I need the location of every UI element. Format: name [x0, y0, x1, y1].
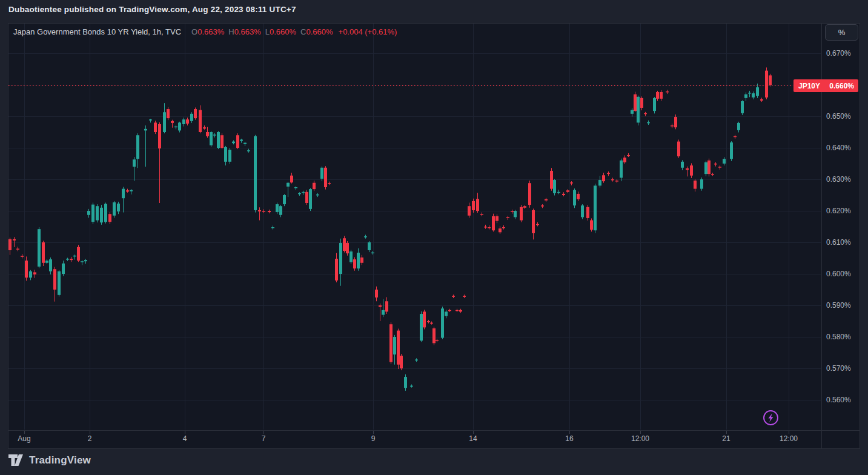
- price-axis-label: 0.640%: [826, 144, 851, 152]
- price-line-badge: JP10Y 0.660%: [793, 79, 858, 92]
- price-axis-label: 0.560%: [826, 396, 851, 404]
- price-axis-label: 0.600%: [826, 270, 851, 278]
- ohlc-value: 0.660%: [270, 27, 296, 36]
- badge-symbol: JP10Y: [798, 82, 820, 90]
- time-axis-label: 9: [371, 434, 376, 443]
- footer-brand[interactable]: TradingView: [8, 454, 91, 467]
- price-axis-label: 0.650%: [826, 112, 851, 121]
- price-axis-label: 0.670%: [826, 49, 851, 58]
- price-axis-label: 0.580%: [826, 333, 851, 341]
- ohlc-label: H: [228, 27, 234, 36]
- price-axis-label: 0.570%: [826, 364, 851, 373]
- time-axis-label: 2: [88, 434, 92, 443]
- time-axis-label: 12:00: [780, 434, 798, 443]
- time-axis-label: 7: [262, 434, 266, 443]
- badge-price: 0.660%: [829, 82, 854, 90]
- ohlc-label: L: [265, 27, 270, 36]
- price-axis-label: 0.620%: [826, 207, 851, 215]
- tradingview-snapshot-page: Dubaotientee published on TradingView.co…: [0, 0, 868, 475]
- time-axis-label: Aug: [18, 434, 30, 443]
- time-axis-label: 21: [722, 434, 730, 443]
- attribution-text: Dubaotientee published on TradingView.co…: [8, 5, 296, 14]
- chart-pane[interactable]: [8, 23, 860, 449]
- ohlc-value: 0.663%: [197, 27, 224, 36]
- boost-lightning-icon[interactable]: [763, 410, 779, 426]
- price-axis-label: 0.590%: [826, 301, 851, 310]
- time-axis-label: 16: [565, 434, 573, 443]
- time-axis-label: 14: [469, 434, 477, 443]
- time-axis-label: 4: [183, 434, 187, 443]
- ohlc-values: O0.663%H0.663%L0.660%C0.660%: [187, 27, 333, 36]
- time-axis-label: 12:00: [631, 434, 649, 443]
- chart-legend: Japan Government Bonds 10 YR Yield, 1h, …: [13, 27, 397, 36]
- attribution-bar: Dubaotientee published on TradingView.co…: [8, 0, 296, 18]
- change-value: +0.004 (+0.61%): [339, 27, 397, 36]
- price-axis-label: 0.630%: [826, 175, 851, 184]
- ohlc-label: O: [191, 27, 197, 36]
- price-axis-label: 0.610%: [826, 238, 851, 247]
- ohlc-value: 0.663%: [234, 27, 261, 36]
- brand-name: TradingView: [29, 454, 91, 467]
- ohlc-value: 0.660%: [306, 27, 333, 36]
- percent-unit-button[interactable]: %: [825, 24, 858, 41]
- tradingview-logo-icon: [8, 454, 25, 467]
- symbol-title: Japan Government Bonds 10 YR Yield, 1h, …: [13, 27, 181, 36]
